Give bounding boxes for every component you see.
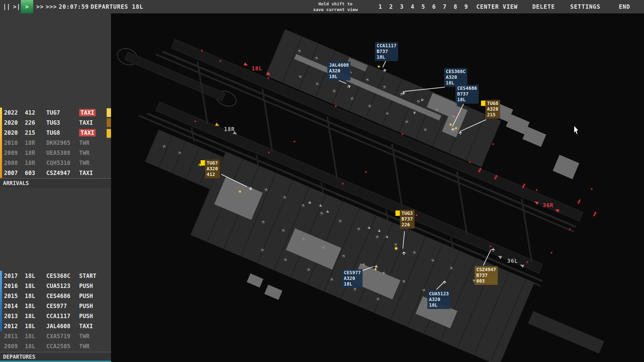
strip-c3: TUG7 (46, 108, 60, 118)
aircraft-label[interactable]: CUA5123 A320 18L (427, 290, 450, 309)
delete-button[interactable]: DELETE (532, 0, 555, 13)
strip-c1: 2008 (4, 158, 18, 168)
stopbar-light-dot (335, 106, 336, 107)
aircraft-icon: ✈ (458, 130, 464, 135)
aircraft-label[interactable]: TUG3 B737 226 (400, 210, 415, 229)
saved-view-4[interactable]: 4 (411, 0, 414, 13)
saved-view-5[interactable]: 5 (421, 0, 425, 13)
departures-section-header[interactable]: DEPARTURES (0, 352, 111, 361)
strip-row[interactable]: 201618LCUA5123PUSH (0, 281, 111, 291)
stopbar-light-dot (416, 215, 417, 216)
aircraft-label[interactable]: CCA1117 B737 18L (375, 42, 398, 61)
strip-status: TAXI (79, 321, 93, 331)
strip-row[interactable]: 201518LCES4686PUSH (0, 291, 111, 301)
strip-row[interactable]: 201718LCES368CSTART (0, 271, 111, 281)
strip-c3: UEA5308 (46, 148, 70, 158)
status-chip: PUSH (79, 293, 93, 299)
departures-strip-list: 201718LCES368CSTART201618LCUA5123PUSH201… (0, 271, 111, 351)
strip-row[interactable]: 200818RCQH5310TWR (0, 158, 111, 168)
aircraft-label[interactable]: CES4686 B737 18L (455, 85, 479, 104)
strip-row[interactable]: 2020215TUG8TAXI (0, 128, 111, 138)
end-button[interactable]: END (619, 0, 630, 13)
saved-view-8[interactable]: 8 (453, 0, 457, 13)
leader-line (483, 249, 491, 266)
aircraft-label[interactable]: JAL4608 A320 18L (327, 62, 351, 80)
strip-row[interactable]: 2020226TUG3TAXI (0, 118, 111, 128)
strip-row[interactable]: 201118LCXA5719TWR (0, 331, 111, 341)
strip-row[interactable]: 2007603CSZ4947TAXI (0, 168, 111, 178)
runway-direction-arrow-icon (554, 208, 559, 213)
strip-c2: 18L (25, 311, 35, 321)
saved-view-7[interactable]: 7 (443, 0, 446, 13)
status-chip: TAXI (79, 170, 93, 176)
strip-status: PUSH (79, 281, 93, 291)
pushback-direction-chevron-icon: > (377, 228, 382, 233)
strip-c3: CXA5719 (46, 331, 70, 341)
runway-direction-arrow-icon (497, 254, 502, 259)
saved-view-6[interactable]: 6 (432, 0, 436, 13)
strip-c1: 2009 (4, 148, 18, 158)
saved-view-2[interactable]: 2 (389, 0, 393, 13)
aircraft-label[interactable]: TUG8 A320 215 (485, 100, 500, 119)
strip-c1: 2013 (4, 311, 18, 321)
arrivals-section-header[interactable]: ARRIVALS (0, 178, 111, 188)
saved-view-9[interactable]: 9 (464, 0, 468, 13)
runway-direction-arrow-icon (266, 72, 271, 76)
saved-view-3[interactable]: 3 (400, 0, 404, 13)
aircraft-icon: ✈ (382, 67, 388, 73)
strip-c1: 2007 (4, 168, 18, 178)
stopbar-light-dot (490, 246, 491, 247)
strip-status: PUSH (79, 291, 93, 301)
settings-button[interactable]: SETTINGS (570, 0, 600, 13)
stopbar-light-dot (492, 143, 494, 145)
strip-row[interactable]: 201018RDKH2965TWR (0, 138, 111, 148)
saved-view-1[interactable]: 1 (378, 0, 382, 13)
aircraft-label[interactable]: CES368C A320 18L (444, 68, 467, 87)
strip-c3: CES977 (46, 301, 67, 311)
aircraft-label[interactable]: CSZ4947 B737 603 (475, 266, 498, 285)
aircraft-label[interactable]: TUG7 A320 412 (205, 160, 220, 178)
aircraft-icon: ✈ (346, 83, 352, 90)
strip-status: TWR (79, 148, 90, 158)
tug-marker-square (481, 101, 485, 106)
strip-row[interactable]: 201318LCCA1117PUSH (0, 311, 111, 321)
status-chip: TWR (79, 160, 90, 166)
stopbar-light-dot (591, 188, 592, 190)
strip-row[interactable]: 201218LJAL4608TAXI (0, 321, 111, 331)
airport-ground-map[interactable]: ✈✈✈✈✈✈✈✈✈✈✈✈✈✈✈✈✈✈✈✈✈✈✈✈✈✈✈✈✈✈✈✈✈✈✈✈✈✈✈✈… (111, 13, 644, 362)
status-chip: TWR (79, 333, 90, 340)
pushback-direction-chevron-icon: > (308, 200, 312, 205)
strip-row[interactable]: 201418LCES977PUSH (0, 301, 111, 311)
center-view-button[interactable]: CENTER VIEW (476, 0, 518, 13)
leader-line (362, 266, 374, 271)
stopbar-light-dot (268, 152, 270, 153)
strip-c2: 226 (25, 118, 35, 128)
play-button[interactable]: > (21, 0, 33, 13)
strip-c1: 2022 (4, 108, 18, 118)
leader-line (221, 174, 247, 187)
leader-line (339, 80, 346, 84)
step-button[interactable]: >| (13, 0, 21, 13)
stopbar-line (478, 168, 481, 172)
strip-row[interactable]: 2022412TUG7TAXI (0, 108, 111, 118)
strip-status: TWR (79, 138, 90, 148)
strip-c2: 18L (25, 301, 35, 311)
fast-forward-button[interactable]: >> (35, 0, 45, 13)
aircraft-label[interactable]: CES977 A320 18L (342, 269, 363, 288)
stopbar-light-dot (365, 171, 367, 173)
leader-line (460, 119, 486, 132)
pause-button[interactable]: || (3, 0, 11, 13)
pushback-direction-chevron-icon: > (318, 203, 323, 208)
stopbar-light-dot (469, 162, 471, 163)
leader-line (404, 87, 445, 92)
leader-line (402, 231, 405, 249)
pushback-direction-chevron-icon: > (325, 209, 330, 214)
strip-status: TAXI (79, 118, 93, 128)
strip-c1: 2016 (4, 281, 18, 291)
aircraft-icon: ✈ (401, 250, 407, 255)
sim-clock: 20:07:59 (59, 0, 89, 13)
strip-row[interactable]: 200918RUEA5308TWR (0, 148, 111, 158)
stopbar-light-dot (294, 141, 295, 142)
strip-row[interactable]: 200918LCCA2505TWR (0, 341, 111, 351)
fast-forward-3x-button[interactable]: >>> (45, 0, 58, 13)
